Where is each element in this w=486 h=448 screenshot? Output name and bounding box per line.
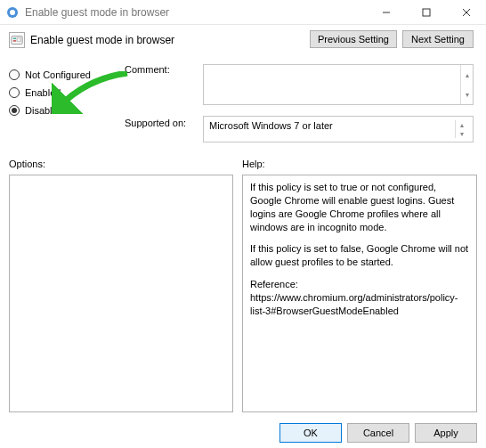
supported-on-box: Microsoft Windows 7 or later ▴ ▾ bbox=[203, 116, 474, 143]
options-pane bbox=[9, 175, 233, 412]
radio-label: Disabled bbox=[25, 105, 63, 116]
scroll-down-icon[interactable]: ▾ bbox=[456, 129, 467, 138]
comment-textarea[interactable]: ▴ ▾ bbox=[203, 64, 474, 105]
radio-label: Enabled bbox=[25, 87, 61, 98]
minimize-button[interactable] bbox=[366, 0, 406, 24]
supported-on-text: Microsoft Windows 7 or later bbox=[209, 120, 333, 138]
radio-icon bbox=[9, 69, 20, 80]
help-label: Help: bbox=[242, 159, 265, 169]
scroll-up-icon[interactable]: ▴ bbox=[456, 120, 467, 129]
help-pane: If this policy is set to true or not con… bbox=[242, 175, 477, 412]
radio-label: Not Configured bbox=[25, 69, 91, 80]
titlebar: Enable guest mode in browser bbox=[0, 0, 486, 25]
previous-setting-button[interactable]: Previous Setting bbox=[310, 30, 397, 48]
supported-scrollbar[interactable]: ▴ ▾ bbox=[455, 120, 467, 138]
radio-icon bbox=[9, 105, 20, 116]
supported-on-label: Supported on: bbox=[125, 118, 186, 128]
svg-rect-9 bbox=[17, 37, 20, 41]
close-button[interactable] bbox=[446, 0, 486, 24]
radio-disabled[interactable]: Disabled bbox=[9, 105, 477, 116]
help-paragraph: If this policy is set to false, Google C… bbox=[250, 242, 469, 269]
policy-icon bbox=[9, 32, 25, 48]
radio-icon bbox=[9, 87, 20, 98]
cancel-button[interactable]: Cancel bbox=[347, 423, 409, 443]
maximize-button[interactable] bbox=[406, 0, 446, 24]
apply-button[interactable]: Apply bbox=[415, 423, 477, 443]
policy-title: Enable guest mode in browser bbox=[30, 34, 174, 46]
scroll-down-icon[interactable]: ▾ bbox=[461, 85, 473, 104]
svg-point-1 bbox=[10, 10, 15, 15]
svg-rect-8 bbox=[13, 40, 17, 42]
comment-label: Comment: bbox=[125, 64, 170, 75]
ok-button[interactable]: OK bbox=[279, 423, 342, 443]
help-paragraph: Reference: https://www.chromium.org/admi… bbox=[250, 278, 469, 318]
window-title: Enable guest mode in browser bbox=[25, 6, 366, 19]
next-setting-button[interactable]: Next Setting bbox=[402, 30, 474, 48]
svg-rect-7 bbox=[13, 37, 17, 39]
comment-scrollbar[interactable]: ▴ ▾ bbox=[460, 65, 473, 104]
scroll-up-icon[interactable]: ▴ bbox=[461, 65, 473, 85]
help-paragraph: If this policy is set to true or not con… bbox=[250, 181, 469, 233]
options-label: Options: bbox=[9, 159, 242, 169]
svg-rect-3 bbox=[423, 9, 430, 16]
app-icon bbox=[5, 5, 20, 20]
